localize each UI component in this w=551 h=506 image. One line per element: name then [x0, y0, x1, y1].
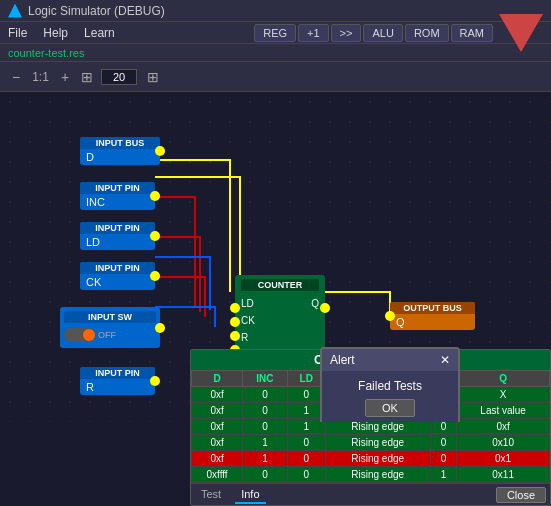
menu-learn[interactable]: Learn [84, 26, 115, 40]
app-logo [8, 4, 22, 18]
ram-button[interactable]: RAM [451, 24, 493, 42]
output-bus-port[interactable] [385, 311, 395, 321]
plus1-button[interactable]: +1 [298, 24, 329, 42]
input-pin-inc-port[interactable] [150, 191, 160, 201]
output-bus-component: OUTPUT BUS Q [390, 302, 475, 330]
toggle-label: OFF [98, 330, 116, 340]
alert-dialog: Alert ✕ Failed Tests OK [320, 347, 460, 422]
counter-r-port[interactable] [230, 331, 240, 341]
table-icon: ⊞ [147, 69, 159, 85]
output-bus-label: OUTPUT BUS [390, 302, 475, 314]
toggle-switch[interactable] [64, 328, 96, 342]
input-bus-component: INPUT BUS D [80, 137, 160, 165]
toggle-thumb [83, 329, 95, 341]
app-title: Logic Simulator (DEBUG) [28, 4, 165, 18]
input-bus-value: D [80, 149, 160, 165]
alert-title-text: Alert [330, 353, 355, 367]
col-inc: INC [243, 371, 288, 387]
counter-label: COUNTER [241, 279, 319, 291]
input-pin-ck-port[interactable] [150, 271, 160, 281]
menu-help[interactable]: Help [43, 26, 68, 40]
tab-test[interactable]: Test [195, 486, 227, 504]
alert-close-button[interactable]: ✕ [440, 353, 450, 367]
input-sw-component: INPUT SW OFF [60, 307, 160, 348]
input-pin-inc-component: INPUT PIN INC [80, 182, 155, 210]
input-bus-port[interactable] [155, 146, 165, 156]
output-bus-value: Q [390, 314, 475, 330]
input-pin-ld-port[interactable] [150, 231, 160, 241]
counter-ck-port[interactable] [230, 317, 240, 327]
grid-icon: ⊞ [81, 69, 93, 85]
input-pin-ck-component: INPUT PIN CK [80, 262, 155, 290]
alert-title-bar: Alert ✕ [322, 349, 458, 371]
zoom-value-input[interactable] [101, 69, 137, 85]
zoom-ratio: 1:1 [32, 70, 49, 84]
zoom-in-button[interactable]: + [57, 67, 73, 87]
alert-body: Failed Tests OK [322, 371, 458, 422]
bottom-tabs: Test Info Close [191, 483, 550, 505]
rom-button[interactable]: ROM [405, 24, 449, 42]
input-pin-ld-component: INPUT PIN LD [80, 222, 155, 250]
canvas-toolbar: − 1:1 + ⊞ ⊞ [0, 62, 551, 92]
counter-q-port[interactable] [320, 303, 330, 313]
zoom-out-button[interactable]: − [8, 67, 24, 87]
run-button[interactable] [499, 14, 543, 52]
shift-button[interactable]: >> [331, 24, 362, 42]
input-pin-r-port[interactable] [150, 376, 160, 386]
alert-message: Failed Tests [330, 379, 450, 393]
menu-file[interactable]: File [8, 26, 27, 40]
tab-info[interactable]: Info [235, 486, 265, 504]
table-row: 0xf10Rising edge00x10 [192, 435, 550, 451]
close-button[interactable]: Close [496, 487, 546, 503]
alert-ok-button[interactable]: OK [365, 399, 415, 417]
counter-ld-port[interactable] [230, 303, 240, 313]
filename-label: counter-test.res [8, 47, 84, 59]
input-bus-label: INPUT BUS [80, 137, 160, 149]
table-row: 0xf10Rising edge00x1 [192, 451, 550, 467]
col-q: Q [457, 371, 550, 387]
input-pin-r-component: INPUT PIN R [80, 367, 155, 395]
reg-button[interactable]: REG [254, 24, 296, 42]
alu-button[interactable]: ALU [363, 24, 402, 42]
input-sw-port[interactable] [155, 323, 165, 333]
col-d: D [192, 371, 243, 387]
table-row: 0xffff00Rising edge10x11 [192, 467, 550, 483]
menu-bar: File Help Learn REG +1 >> ALU ROM RAM [0, 22, 551, 44]
